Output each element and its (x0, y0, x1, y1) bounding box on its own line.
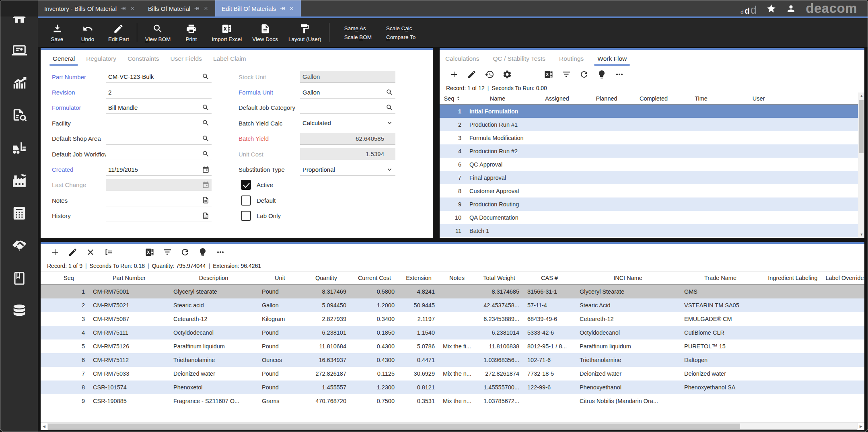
column-header-label-override[interactable]: Label Override (825, 272, 864, 284)
table-row-csr-190885[interactable]: 9CSR-190885Fragrance - SZ11607 O...Grams… (41, 394, 864, 408)
excel-icon[interactable] (145, 247, 154, 257)
pin-icon[interactable] (120, 6, 126, 11)
pin-icon[interactable] (280, 6, 285, 11)
column-header-time[interactable]: Time (679, 93, 724, 104)
window-tab-bills-of-material[interactable]: Bills Of Material (142, 0, 215, 16)
field-input[interactable]: Gallon (300, 86, 395, 99)
column-header-assigned[interactable]: Assigned (530, 93, 584, 104)
window-tab-edit-bill-of-materials[interactable]: Edit Bill Of Materials (215, 0, 301, 16)
column-header-part-number[interactable]: Part Number (89, 272, 169, 284)
toolbar-button-undo[interactable]: Undo (72, 18, 103, 47)
column-header-planned[interactable]: Planned (584, 93, 629, 104)
field-input[interactable] (106, 133, 212, 145)
calendar-icon[interactable] (202, 181, 210, 189)
table-row-cm-rm75087[interactable]: 3CM-RM75087Ceteareth-12Kilogram2.8279390… (41, 312, 864, 326)
field-input[interactable]: Proportional (300, 164, 395, 176)
table-row-cm-rm75111[interactable]: 4CM-RM75111OctyldodecanolPound6.2381010.… (41, 326, 864, 339)
excel-icon[interactable] (544, 70, 553, 79)
star-icon[interactable] (766, 4, 776, 14)
tab-user-fields[interactable]: User Fields (169, 55, 204, 66)
table-row-final-approval[interactable]: 7Final approval (440, 171, 858, 184)
table-row-production-run-2[interactable]: 4Production Run #2 (440, 144, 858, 158)
field-input[interactable] (106, 179, 212, 191)
column-header-quantity[interactable]: Quantity (302, 272, 350, 284)
tab-general[interactable]: General (51, 55, 76, 66)
sidebar-item-forklift-icon-forklift[interactable] (12, 140, 27, 156)
close-icon[interactable] (203, 6, 209, 11)
print-icon[interactable] (526, 70, 536, 79)
field-input[interactable]: Gallon (300, 71, 395, 83)
sidebar-item-handshake-icon-handshake[interactable] (12, 238, 27, 253)
close-icon[interactable] (289, 6, 294, 11)
field-input[interactable]: Calculated (300, 117, 395, 129)
calendar-icon[interactable] (202, 166, 210, 173)
toolbar-button-import-excel[interactable]: Import Excel (206, 18, 247, 47)
table-row-cm-rm75112[interactable]: 6CM-RM75112TriethanolamineOunces16.63493… (41, 353, 864, 367)
field-label[interactable]: Formulator (52, 104, 106, 111)
checkbox[interactable] (241, 180, 251, 190)
toolbar-button-view-bom[interactable]: View BOM (140, 18, 176, 47)
refresh-icon[interactable] (180, 247, 190, 257)
field-input[interactable] (106, 148, 212, 160)
more-icon[interactable] (615, 70, 624, 79)
field-label[interactable]: Formula Unit (239, 89, 300, 96)
checkbox[interactable] (241, 195, 251, 206)
toolbar-button-layout-user[interactable]: Layout (User) (283, 18, 327, 47)
tab-regulatory[interactable]: Regulatory (84, 55, 118, 66)
idea-icon[interactable] (597, 70, 607, 79)
toolbar-button-view-docs[interactable]: View Docs (247, 18, 283, 47)
window-tab-inventory-bills-of-material[interactable]: Inventory - Bills Of Material (38, 0, 142, 16)
vertical-scrollbar[interactable]: ▲ ▼ (858, 93, 864, 238)
toolbar-button-edit-part[interactable]: Edit Part (103, 18, 134, 47)
column-header-name[interactable]: Name (465, 93, 530, 104)
filter-icon[interactable] (562, 70, 571, 79)
field-label[interactable]: Part Number (52, 74, 106, 80)
print-icon[interactable] (127, 247, 137, 257)
scrollbar-thumb[interactable] (859, 100, 864, 153)
table-row-cm-rm75126[interactable]: 5CM-RM75126Paraffinum liquidumPound11.81… (41, 339, 864, 353)
sidebar-item-ledger-icon-ledger[interactable] (12, 271, 27, 286)
field-label[interactable]: Revision (52, 89, 106, 96)
tab-label-claim[interactable]: Label Claim (212, 55, 248, 66)
sidebar-item-workstation-icon-workstation[interactable] (12, 43, 27, 58)
column-header-completed[interactable]: Completed (629, 93, 679, 104)
column-header-inci-name[interactable]: INCI Name (576, 272, 680, 284)
settings-icon[interactable] (502, 70, 512, 79)
column-header-current-cost[interactable]: Current Cost (350, 272, 399, 284)
filter-icon[interactable] (162, 247, 172, 257)
chevron-down-icon[interactable] (386, 166, 393, 173)
column-header-total-weight[interactable]: Total Weight (475, 272, 523, 284)
field-input[interactable]: Bill Mandle (106, 102, 212, 114)
horizontal-scrollbar[interactable]: ◀ ▶ (41, 422, 864, 430)
table-row-intial-formulation[interactable]: 1Intial Formulation (440, 105, 858, 118)
sidebar-item-calculator-icon-calculator[interactable] (12, 206, 27, 221)
toolbar-link-scale-calc[interactable]: Scale Calc (386, 25, 415, 31)
column-header-notes[interactable]: Notes (439, 272, 475, 284)
table-row-qa-documentation[interactable]: 10QA Documentation (440, 211, 858, 224)
sidebar-item-sales-chart-icon-sales-chart[interactable] (12, 75, 27, 91)
indent-icon[interactable] (103, 247, 113, 257)
toolbar-button-print[interactable]: Print (176, 18, 206, 47)
note-icon[interactable] (202, 212, 210, 220)
sidebar-item-database-icon-database[interactable] (12, 303, 27, 319)
toolbar-button-save[interactable]: Save (42, 18, 72, 47)
sidebar-item-factory-icon-factory[interactable] (12, 173, 27, 188)
add-icon[interactable] (50, 247, 60, 257)
chevron-down-icon[interactable] (386, 119, 393, 127)
field-label[interactable]: Created (52, 166, 106, 173)
table-row-cm-rm75001[interactable]: 1CM-RM75001Glyceryl stearatePound8.31746… (41, 285, 864, 298)
tab-work-flow[interactable]: Work Flow (596, 55, 628, 66)
tab-routings[interactable]: Routings (557, 55, 585, 66)
user-icon[interactable] (786, 4, 796, 14)
table-row-csr-101574[interactable]: 8CSR-101574PhenoxetolPound1.4555571.2300… (41, 381, 864, 394)
column-header-ingredient-labeling[interactable]: Ingredient Labeling (761, 272, 825, 284)
magnifier-icon[interactable] (202, 119, 210, 127)
magnifier-icon[interactable] (386, 104, 393, 111)
column-header-trade-name[interactable]: Trade Name (680, 272, 761, 284)
font-size-small[interactable]: d (740, 10, 744, 15)
table-row-production-routing[interactable]: 9Production Routing (440, 197, 858, 211)
tab-qc-stability-tests[interactable]: QC / Stability Tests (491, 55, 547, 66)
sidebar-item-purchasing-icon-purchasing[interactable] (12, 108, 27, 123)
scroll-left-arrow[interactable]: ◀ (41, 423, 48, 430)
field-input[interactable] (106, 210, 212, 222)
